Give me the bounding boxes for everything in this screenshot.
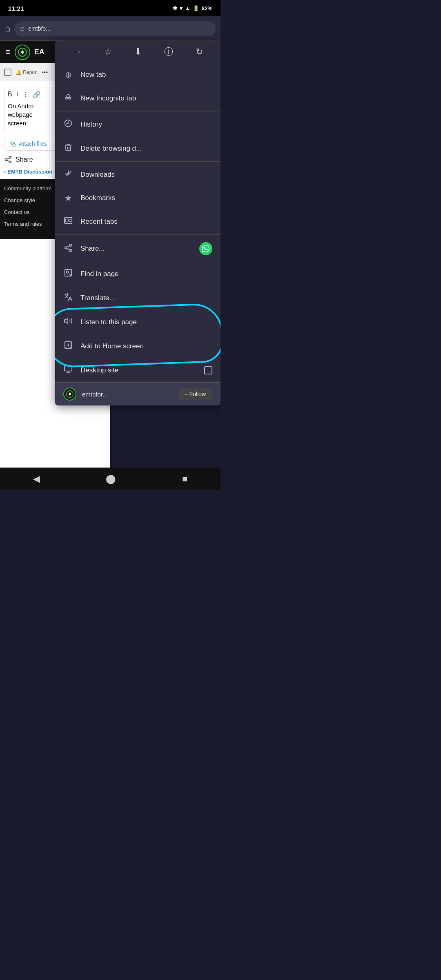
site-name-header: EA <box>34 48 45 56</box>
bookmarks-icon: ★ <box>63 193 73 203</box>
incognito-icon <box>63 93 73 104</box>
status-icons: ✱ ▾ ▲ 🔋 82% <box>173 5 212 11</box>
link-button[interactable]: 🔗 <box>33 91 41 98</box>
svg-rect-7 <box>66 98 68 99</box>
attach-icon: 📎 <box>9 140 16 147</box>
svg-point-1 <box>9 156 11 158</box>
menu-item-listen-to-page[interactable]: Listen to this page <box>55 310 220 334</box>
battery-icon: 🔋 <box>193 5 199 11</box>
svg-point-2 <box>5 159 7 161</box>
translate-label: Translate... <box>80 294 115 302</box>
url-text: emtbfo... <box>28 25 50 32</box>
svg-line-20 <box>67 245 69 247</box>
delete-icon <box>63 143 73 154</box>
menu-item-bookmarks[interactable]: ★ Bookmarks <box>55 187 220 209</box>
bookmark-button[interactable]: ☆ <box>104 47 112 57</box>
divider-2 <box>55 161 220 162</box>
svg-marker-24 <box>65 318 68 324</box>
dropdown-top-bar: → ☆ ⬇ ⓘ ↻ <box>55 41 220 63</box>
post-checkbox[interactable] <box>4 69 11 76</box>
add-to-home-label: Add to Home screen <box>80 342 144 350</box>
share-label-bg[interactable]: Share <box>16 156 33 163</box>
menu-item-share[interactable]: Share... <box>55 236 220 262</box>
time: 11:21 <box>8 5 24 12</box>
svg-point-3 <box>9 161 11 163</box>
back-nav-button[interactable]: ◀ <box>33 474 40 484</box>
more-format-button[interactable]: ⋮ <box>22 91 29 98</box>
download-button[interactable]: ⬇ <box>134 47 142 57</box>
downloads-label: Downloads <box>80 171 115 179</box>
desktop-site-left: Desktop site <box>63 365 119 376</box>
downloads-icon <box>63 169 73 180</box>
battery-percent: 82% <box>202 5 212 11</box>
desktop-site-label: Desktop site <box>80 366 119 374</box>
menu-item-new-incognito-tab[interactable]: New Incognito tab <box>55 86 220 110</box>
translate-icon <box>63 292 73 303</box>
svg-point-17 <box>65 247 67 249</box>
highlighted-section: Listen to this page Add to Home screen <box>55 310 220 382</box>
divider-3 <box>55 234 220 235</box>
hamburger-icon[interactable]: ≡ <box>6 47 11 57</box>
svg-rect-13 <box>66 219 68 222</box>
desktop-icon <box>63 365 73 376</box>
svg-rect-8 <box>69 98 71 99</box>
svg-point-22 <box>66 271 69 273</box>
share-menu-label: Share... <box>80 245 105 253</box>
svg-point-18 <box>69 249 72 252</box>
new-tab-icon: ⊕ <box>63 70 73 80</box>
wifi-icon: ▾ <box>180 5 183 11</box>
site-icon: ⊙ <box>20 25 25 32</box>
recent-tabs-icon <box>63 216 73 227</box>
desktop-site-checkbox[interactable] <box>204 366 212 374</box>
share-left-group: Share... <box>63 243 105 254</box>
bluetooth-icon: ✱ <box>173 5 177 11</box>
menu-item-delete-browsing-data[interactable]: Delete browsing d... <box>55 136 220 160</box>
history-icon <box>63 119 73 130</box>
svg-point-16 <box>69 244 72 246</box>
browser-bar: ⌂ ⊙ emtbfo... <box>0 16 220 41</box>
svg-line-4 <box>7 160 9 161</box>
browser-dropdown-menu: → ☆ ⬇ ⓘ ↻ ⊕ New tab New Incognito tab <box>55 41 220 405</box>
report-button[interactable]: 🔔 Report <box>16 69 38 75</box>
dropdown-bottom-bar: emtbfor... + Follow <box>55 382 220 405</box>
breadcrumb-text: EMTB Discussion <box>7 169 52 175</box>
history-label: History <box>80 120 102 129</box>
svg-line-19 <box>67 248 69 250</box>
new-tab-label: New tab <box>80 71 106 79</box>
refresh-button[interactable]: ↻ <box>196 47 203 57</box>
listen-label: Listen to this page <box>80 318 137 326</box>
new-incognito-label: New Incognito tab <box>80 94 136 102</box>
find-in-page-label: Find in page <box>80 270 119 278</box>
menu-item-downloads[interactable]: Downloads <box>55 163 220 187</box>
follow-button[interactable]: + Follow <box>178 388 212 400</box>
menu-item-history[interactable]: History <box>55 112 220 136</box>
info-button[interactable]: ⓘ <box>164 46 173 58</box>
whatsapp-badge[interactable] <box>199 242 212 255</box>
site-logo <box>15 45 30 60</box>
add-to-home-icon <box>63 341 73 352</box>
attach-label: Attach files <box>19 140 47 147</box>
more-options-button[interactable]: ••• <box>42 69 48 76</box>
menu-item-recent-tabs[interactable]: Recent tabs <box>55 209 220 234</box>
menu-item-desktop-site[interactable]: Desktop site <box>55 358 220 382</box>
home-button[interactable]: ⌂ <box>5 23 10 34</box>
share-icon-bg <box>4 156 12 164</box>
italic-button[interactable]: I <box>16 91 18 98</box>
url-bar[interactable]: ⊙ emtbfo... <box>14 21 216 36</box>
home-nav-button[interactable]: ⬤ <box>106 474 116 484</box>
share-icon <box>63 243 73 254</box>
forward-button[interactable]: → <box>73 47 82 57</box>
menu-item-find-in-page[interactable]: Find in page <box>55 262 220 286</box>
delete-browsing-label: Delete browsing d... <box>80 145 142 153</box>
menu-item-add-to-home-screen[interactable]: Add to Home screen <box>55 334 220 358</box>
site-name-bottom: emtbfor... <box>82 391 172 398</box>
breadcrumb-back-icon: ‹ <box>4 169 6 175</box>
recent-tabs-label: Recent tabs <box>80 218 118 226</box>
menu-item-translate[interactable]: Translate... <box>55 286 220 310</box>
bold-button[interactable]: B <box>8 91 12 98</box>
status-bar: 11:21 ✱ ▾ ▲ 🔋 82% <box>0 0 220 16</box>
recents-nav-button[interactable]: ■ <box>182 474 187 484</box>
svg-point-6 <box>67 95 69 98</box>
menu-item-new-tab[interactable]: ⊕ New tab <box>55 63 220 86</box>
site-logo-small <box>63 388 76 401</box>
